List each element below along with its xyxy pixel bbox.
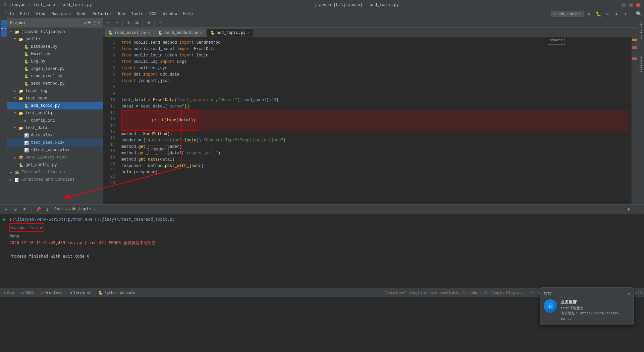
view-mode-button[interactable]: ≡ xyxy=(125,19,132,27)
tab-read-excel-close[interactable]: ✕ xyxy=(148,31,150,35)
tree-read-excel-py[interactable]: 🐍 read_excel.py xyxy=(7,73,103,80)
menu-vcs[interactable]: VCS xyxy=(147,11,159,17)
tree-login-token-py[interactable]: 🐍 login_token.py xyxy=(7,65,103,73)
tree-get-config-py[interactable]: 🐍 get_config.py xyxy=(7,161,103,169)
favorites-tab[interactable]: Favorites xyxy=(638,53,643,74)
tree-test-config[interactable]: ▼ 📂 test_config xyxy=(7,109,103,117)
menu-help[interactable]: Help xyxy=(180,11,196,17)
tree-scratches[interactable]: ▶ 📝 Scratches and Consoles xyxy=(7,176,103,183)
python-console-btn[interactable]: 🐍 Python Console xyxy=(96,290,137,296)
tree-database-py[interactable]: 🐍 Database.py xyxy=(7,43,103,50)
tab-send-method[interactable]: 🐍 send_method.py ✕ xyxy=(154,29,206,37)
menu-refactor[interactable]: Refactor xyxy=(90,11,115,17)
run-tab[interactable]: ▶ add_topic ✕ xyxy=(66,207,96,212)
code-editor[interactable]: 12345 678910 1112131415 1617181920 21222… xyxy=(103,37,637,204)
back-button[interactable]: ← xyxy=(105,19,112,27)
run-scroll-btn[interactable]: ⤓ xyxy=(44,206,51,213)
code-line-19: print(response) xyxy=(121,169,628,176)
minus-button[interactable]: − xyxy=(157,19,164,27)
menu-edit[interactable]: Edit xyxy=(17,11,33,17)
project-gear-icon[interactable]: ⋮ xyxy=(92,20,96,26)
menu-code[interactable]: Code xyxy=(74,11,89,17)
todo-label: TODO xyxy=(25,291,34,295)
code-content[interactable]: from public.send_method import SendMetho… xyxy=(118,37,632,204)
tree-root[interactable]: ▼ 📁 jiaoyan F:\jiaoyan xyxy=(7,28,103,36)
more-run-button[interactable]: ▾ xyxy=(622,10,629,18)
run-stop-btn[interactable]: ■ xyxy=(21,206,28,213)
run-button[interactable]: ▶ xyxy=(586,10,593,18)
tree-venv[interactable]: ▶ 📦 venv library root xyxy=(7,154,103,161)
tree-send-method-py[interactable]: 🐍 send_method.py xyxy=(7,80,103,87)
settings-button[interactable]: ⚙ xyxy=(145,19,152,27)
menu-view[interactable]: View xyxy=(33,11,48,17)
project-icon[interactable]: Proj xyxy=(1,20,7,37)
menu-tools[interactable]: Tools xyxy=(128,11,146,17)
svg-text:钉: 钉 xyxy=(548,305,552,308)
run-play-btn[interactable]: ▶ xyxy=(3,206,10,213)
tab-add-topic-close[interactable]: ✕ xyxy=(247,31,250,35)
project-expand-icon[interactable]: ☰ xyxy=(87,20,91,26)
code-line-22 xyxy=(121,188,628,195)
tab-send-method-close[interactable]: ✕ xyxy=(200,31,202,35)
toolbar-sep-1 xyxy=(122,20,123,26)
close-button[interactable]: ✕ xyxy=(636,3,641,7)
run-rerun-btn[interactable]: ↺ xyxy=(12,206,19,213)
coverage-button[interactable]: ⚙ xyxy=(604,10,611,18)
notification-close-btn[interactable]: ✕ xyxy=(628,291,630,297)
run-tab-close[interactable]: ✕ xyxy=(93,207,96,212)
problems-status-btn[interactable]: ⚠ Problems xyxy=(39,290,64,296)
tree-temp-test-case-xlsx[interactable]: 📊 ~$test_case.xlsx xyxy=(7,146,103,154)
forward-button[interactable]: → xyxy=(113,19,120,27)
app-icon: J xyxy=(3,2,6,7)
run-minimize-btn[interactable]: − xyxy=(634,206,641,213)
notification-header: 钉钉 ✕ xyxy=(544,291,630,297)
terminal-label: Terminal xyxy=(73,291,91,295)
tree-email-py[interactable]: 🐍 Email.py xyxy=(7,50,103,58)
tree-config-ini[interactable]: ⚙ config.ini xyxy=(7,117,103,124)
error-marker-1 xyxy=(632,46,637,49)
tab-read-excel[interactable]: 🐍 read_excel.py ✕ xyxy=(105,29,154,37)
todo-status-btn[interactable]: ☑ TODO xyxy=(19,290,36,296)
tree-public-folder[interactable]: ▼ 📂 public xyxy=(7,36,103,43)
tab-send-method-icon: 🐍 xyxy=(158,31,163,35)
project-hide-icon[interactable]: − xyxy=(98,20,100,26)
structure-button[interactable]: ☰ xyxy=(133,19,141,27)
tree-teach-log[interactable]: ▶ 📁 teach log xyxy=(7,87,103,95)
tree-external-libraries[interactable]: ▶ 📚 External Libraries xyxy=(7,169,103,176)
tree-test-case-folder[interactable]: ▼ 📂 test_case xyxy=(7,95,103,102)
notification-message: test环境预警 请求地址: http://xthk-teach-ap... xyxy=(560,306,630,321)
menu-window[interactable]: Window xyxy=(160,11,180,17)
run-pin-btn[interactable]: 📌 xyxy=(35,206,42,213)
tree-test-data[interactable]: ▼ 📂 test_data xyxy=(7,124,103,132)
structure-tab[interactable]: Structure xyxy=(638,20,643,41)
run-output-blank xyxy=(3,246,641,253)
run-status-btn[interactable]: ▶ Run xyxy=(2,290,16,296)
profile-button[interactable]: ◈ xyxy=(613,10,620,18)
minimize-button[interactable]: — xyxy=(621,3,626,7)
code-line-15: method.get_header(header) xyxy=(121,144,628,150)
code-line-6: from ddt import ddt,data xyxy=(121,72,628,78)
debug-button[interactable]: 🐛 xyxy=(595,10,602,18)
python-console-label: Python Console xyxy=(104,291,135,295)
editor-toolbar: ← → ≡ ☰ ⚙ − xyxy=(103,18,637,28)
tree-add-topic-py[interactable]: 🐍 add_topic.py xyxy=(7,102,103,109)
menu-navigate[interactable]: Navigate xyxy=(49,11,73,17)
window-title: jiaoyan [F:\jiaoyan] - add_topic.py xyxy=(314,3,399,7)
tab-add-topic-label: add_topic.py xyxy=(217,31,246,35)
code-line-12: print(type(data1)) xyxy=(121,110,628,131)
left-icon-strip: Proj xyxy=(0,18,7,204)
search-everywhere-button[interactable]: 🔍 xyxy=(635,10,642,18)
project-settings-icon[interactable]: ⚙ xyxy=(84,20,86,26)
tab-add-topic[interactable]: 🐍 add_topic.py ✕ xyxy=(207,29,253,37)
header-annotation-popup: header xyxy=(148,145,169,154)
tree-log-py[interactable]: 🐍 Log.py xyxy=(7,58,103,65)
tree-test-case-xlsx[interactable]: 📊 test_case.xlsx xyxy=(7,139,103,146)
maximize-button[interactable]: □ xyxy=(629,3,633,7)
menu-run[interactable]: Run xyxy=(115,11,128,17)
run-settings-btn[interactable]: ⚙ xyxy=(625,206,632,213)
run-config-dropdown[interactable]: ▶ add_topic ▾ xyxy=(551,11,584,17)
tree-data-xlsx[interactable]: 📊 data.xlsx xyxy=(7,132,103,139)
menu-file[interactable]: File xyxy=(2,11,17,17)
code-line-11: data1 = test_data1["param"]| xyxy=(121,103,628,110)
terminal-status-btn[interactable]: ⊡ Terminal xyxy=(68,290,93,296)
